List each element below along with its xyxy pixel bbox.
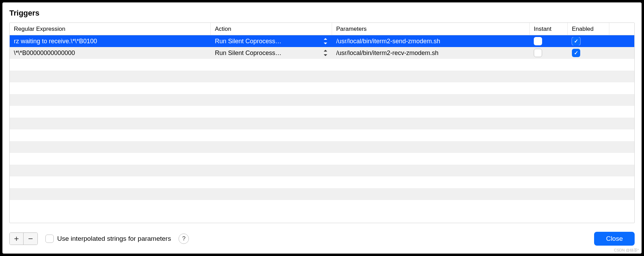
table-row-empty — [10, 106, 634, 118]
cell-action[interactable]: Run Silent Coprocess… — [211, 49, 332, 57]
table-row-empty — [10, 94, 634, 106]
enabled-checkbox[interactable] — [572, 49, 580, 57]
table-header: Regular Expression Action Parameters Ins… — [10, 23, 634, 35]
instant-checkbox[interactable] — [534, 49, 542, 57]
panel-title: Triggers — [9, 9, 40, 18]
cell-enabled — [568, 49, 609, 57]
interpolated-strings-label: Use interpolated strings for parameters — [57, 235, 171, 243]
action-label: Run Silent Coprocess… — [215, 49, 321, 57]
cell-instant — [530, 37, 568, 45]
table-row-empty — [10, 129, 634, 141]
table-row-empty — [10, 71, 634, 82]
table-body: rz waiting to receive.\*\*B0100Run Silen… — [10, 35, 634, 200]
cell-parameters[interactable]: /usr/local/bin/iterm2-recv-zmodem.sh — [332, 49, 530, 57]
add-trigger-button[interactable]: + — [10, 233, 24, 245]
cell-action[interactable]: Run Silent Coprocess… — [211, 38, 332, 45]
action-label: Run Silent Coprocess… — [215, 38, 321, 45]
table-row-empty — [10, 165, 634, 176]
close-button[interactable]: Close — [594, 232, 635, 246]
interpolated-strings-checkbox[interactable] — [45, 235, 54, 243]
triggers-panel: Triggers Regular Expression Action Param… — [2, 2, 642, 254]
add-remove-segment: + − — [9, 232, 38, 245]
table-row-empty — [10, 153, 634, 165]
table-row-empty — [10, 176, 634, 188]
table-row-empty — [10, 188, 634, 200]
table-row-empty — [10, 59, 634, 71]
cell-instant — [530, 49, 568, 57]
column-header-regex[interactable]: Regular Expression — [10, 23, 211, 35]
table-row[interactable]: \*\*B00000000000000Run Silent Coprocess…… — [10, 47, 634, 59]
stepper-icon[interactable] — [323, 50, 328, 56]
triggers-table: Regular Expression Action Parameters Ins… — [9, 22, 635, 223]
table-row-empty — [10, 118, 634, 129]
column-header-instant[interactable]: Instant — [530, 23, 568, 35]
watermark-text: CSDN @猫墨* — [614, 248, 639, 253]
column-header-enabled[interactable]: Enabled — [568, 23, 609, 35]
table-row-empty — [10, 82, 634, 94]
column-header-action[interactable]: Action — [211, 23, 332, 35]
help-button[interactable]: ? — [179, 234, 189, 244]
enabled-checkbox[interactable] — [572, 37, 580, 45]
remove-trigger-button[interactable]: − — [24, 233, 37, 245]
column-header-params[interactable]: Parameters — [332, 23, 530, 35]
footer-bar: + − Use interpolated strings for paramet… — [9, 231, 635, 247]
cell-parameters[interactable]: /usr/local/bin/iterm2-send-zmodem.sh — [332, 38, 530, 45]
table-row[interactable]: rz waiting to receive.\*\*B0100Run Silen… — [10, 35, 634, 47]
column-header-spacer — [609, 23, 634, 35]
interpolated-strings-option[interactable]: Use interpolated strings for parameters — [45, 235, 171, 243]
stepper-icon[interactable] — [323, 38, 328, 44]
table-row-empty — [10, 141, 634, 153]
cell-regex[interactable]: rz waiting to receive.\*\*B0100 — [10, 38, 211, 45]
cell-enabled — [568, 37, 609, 45]
instant-checkbox[interactable] — [534, 37, 542, 45]
cell-regex[interactable]: \*\*B00000000000000 — [10, 49, 211, 57]
